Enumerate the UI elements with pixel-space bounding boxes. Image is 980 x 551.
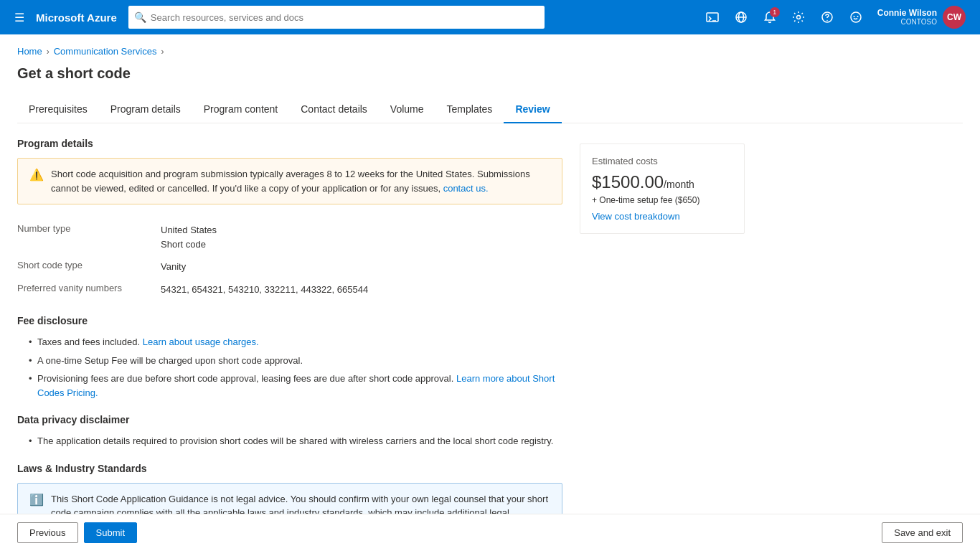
estimated-costs-title: Estimated costs — [592, 156, 732, 166]
warning-text: Short code acquisition and program submi… — [51, 167, 550, 195]
short-code-type-row: Short code type Vanity — [17, 255, 562, 278]
search-bar[interactable]: 🔍 — [128, 6, 545, 29]
tab-contact-details[interactable]: Contact details — [289, 96, 379, 123]
cost-amount-row: $1500.00/month — [592, 172, 732, 192]
breadcrumb: Home › Communication Services › — [17, 46, 963, 57]
help-button[interactable] — [814, 4, 840, 30]
data-privacy-heading: Data privacy disclaimer — [17, 414, 562, 425]
previous-button[interactable]: Previous — [17, 522, 78, 543]
svg-point-10 — [857, 16, 858, 17]
tab-bar: Prerequisites Program details Program co… — [17, 96, 963, 123]
page-container: Home › Communication Services › Get a sh… — [0, 34, 980, 551]
tab-review[interactable]: Review — [504, 96, 561, 123]
fee-bullet-3: Provisioning fees are due before short c… — [29, 372, 562, 400]
data-privacy-section: Data privacy disclaimer The application … — [17, 414, 562, 448]
directory-button[interactable] — [728, 4, 754, 30]
bottom-bar: Previous Submit Save and exit — [0, 514, 980, 551]
vanity-numbers-label: Preferred vanity numbers — [17, 283, 161, 297]
cost-amount: $1500.00/month — [592, 172, 694, 192]
svg-point-8 — [851, 12, 861, 22]
svg-point-7 — [826, 20, 828, 22]
short-code-type-label: Short code type — [17, 260, 161, 274]
usage-charges-link[interactable]: Learn about usage charges. — [143, 336, 259, 347]
number-type-row: Number type United States Short code — [17, 219, 562, 255]
view-cost-breakdown-link[interactable]: View cost breakdown — [592, 211, 732, 222]
svg-rect-0 — [707, 13, 718, 22]
top-nav-icons: 1 Connie Wilson CONTOSO CW — [699, 3, 971, 32]
number-type-value: United States Short code — [161, 223, 217, 251]
app-title: Microsoft Azure — [36, 11, 117, 24]
tab-program-content[interactable]: Program content — [192, 96, 290, 123]
svg-point-5 — [796, 16, 800, 19]
tab-program-details[interactable]: Program details — [99, 96, 192, 123]
program-details-heading: Program details — [17, 138, 562, 149]
tab-volume[interactable]: Volume — [379, 96, 435, 123]
page-title: Get a short code — [17, 65, 963, 82]
main-layout: Program details ⚠️ Short code acquisitio… — [17, 138, 963, 551]
fee-disclosure-heading: Fee disclosure — [17, 315, 562, 326]
data-privacy-bullet-1: The application details required to prov… — [29, 434, 562, 448]
settings-button[interactable] — [786, 4, 811, 30]
warning-icon: ⚠️ — [29, 168, 44, 195]
fee-bullet-2: A one-time Setup Fee will be charged upo… — [29, 354, 562, 368]
number-type-label: Number type — [17, 223, 161, 251]
main-content: Program details ⚠️ Short code acquisitio… — [17, 138, 562, 551]
short-code-type-value: Vanity — [161, 260, 186, 274]
breadcrumb-communication-services[interactable]: Communication Services — [54, 46, 157, 57]
user-org: CONTOSO — [877, 18, 937, 27]
notification-count: 1 — [770, 7, 780, 17]
bottom-left-actions: Previous Submit — [17, 522, 137, 543]
cost-setup-fee: + One-time setup fee ($650) — [592, 195, 732, 205]
avatar: CW — [943, 6, 966, 29]
tab-prerequisites[interactable]: Prerequisites — [17, 96, 99, 123]
breadcrumb-sep-2: › — [161, 47, 164, 57]
data-privacy-list: The application details required to prov… — [17, 434, 562, 448]
notifications-button[interactable]: 1 — [757, 4, 783, 30]
bottom-right-actions: Save and exit — [882, 522, 963, 543]
submit-button[interactable]: Submit — [84, 522, 137, 543]
fee-disclosure-section: Fee disclosure Taxes and fees included. … — [17, 315, 562, 400]
laws-heading: Laws & Industry Standards — [17, 463, 562, 474]
search-input[interactable] — [151, 12, 539, 23]
search-icon: 🔍 — [134, 11, 146, 23]
vanity-numbers-row: Preferred vanity numbers 54321, 654321, … — [17, 278, 562, 301]
fee-bullet-1: Taxes and fees included. Learn about usa… — [29, 335, 562, 349]
contact-us-link[interactable]: contact us. — [443, 183, 489, 194]
user-name: Connie Wilson — [877, 8, 937, 18]
svg-point-9 — [853, 16, 854, 17]
warning-alert: ⚠️ Short code acquisition and program su… — [17, 158, 562, 204]
save-exit-button[interactable]: Save and exit — [882, 522, 963, 543]
breadcrumb-sep-1: › — [47, 47, 50, 57]
hamburger-menu[interactable]: ☰ — [9, 5, 30, 30]
user-menu[interactable]: Connie Wilson CONTOSO CW — [872, 3, 971, 32]
top-navigation: ☰ Microsoft Azure 🔍 1 Connie Wilson CONT… — [0, 0, 980, 34]
vanity-numbers-value: 54321, 654321, 543210, 332211, 443322, 6… — [161, 283, 368, 297]
fee-disclosure-list: Taxes and fees included. Learn about usa… — [17, 335, 562, 400]
tab-templates[interactable]: Templates — [435, 96, 504, 123]
estimated-costs-card: Estimated costs $1500.00/month + One-tim… — [580, 143, 745, 234]
breadcrumb-home[interactable]: Home — [17, 46, 42, 57]
feedback-button[interactable] — [843, 4, 869, 30]
cloud-shell-button[interactable] — [699, 4, 725, 30]
sidebar-panel: Estimated costs $1500.00/month + One-tim… — [580, 138, 745, 551]
detail-table: Number type United States Short code Sho… — [17, 219, 562, 301]
